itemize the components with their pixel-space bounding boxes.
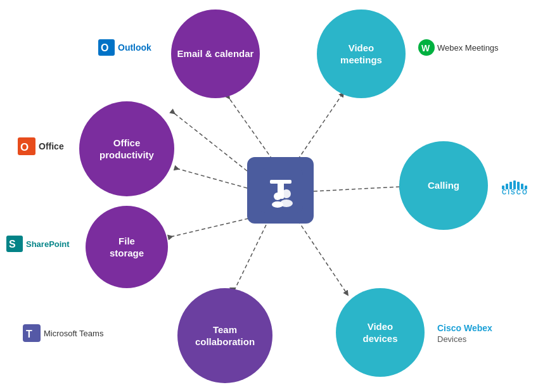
svg-point-11 — [282, 189, 291, 198]
svg-line-2 — [174, 168, 247, 188]
video-devices-label: Videodevices — [362, 320, 397, 345]
svg-text:O: O — [101, 42, 108, 53]
office-productivity-label: Officeproductivity — [99, 137, 154, 161]
teams-center-box — [247, 157, 314, 224]
office-label: Office — [39, 141, 64, 151]
office-productivity-node: Officeproductivity — [79, 101, 174, 196]
teams-logo-icon — [259, 168, 303, 213]
svg-text:CISCO: CISCO — [502, 189, 528, 194]
video-meetings-node: Videomeetings — [317, 9, 406, 98]
outlook-label: Outlook — [118, 42, 151, 53]
svg-point-13 — [274, 193, 281, 200]
email-calendar-label: Email & calendar — [177, 47, 254, 60]
diagram: Email & calendar Officeproductivity File… — [0, 0, 557, 392]
webex-meetings-label: Webex Meetings — [437, 43, 499, 53]
sharepoint-icon: S — [6, 236, 23, 252]
calling-node: Calling — [399, 141, 488, 230]
svg-point-14 — [272, 201, 283, 208]
calling-label: Calling — [428, 179, 459, 192]
ms-teams-label: Microsoft Teams — [44, 329, 103, 338]
svg-text:W: W — [421, 43, 430, 53]
office-brand: O Office — [18, 137, 64, 155]
svg-rect-28 — [513, 180, 516, 189]
webex-meetings-brand: W Webex Meetings — [418, 39, 499, 56]
file-storage-node: Filestorage — [86, 206, 168, 288]
video-devices-node: Videodevices — [336, 288, 425, 377]
svg-line-5 — [298, 96, 341, 160]
webex-meetings-icon: W — [418, 39, 435, 56]
sharepoint-label: SharePoint — [26, 239, 70, 249]
svg-line-7 — [298, 220, 345, 291]
svg-line-3 — [168, 218, 248, 237]
svg-line-0 — [227, 95, 272, 160]
outlook-icon: O — [98, 39, 115, 56]
svg-line-4 — [234, 225, 266, 290]
cisco-webex-devices-brand: Cisco Webex Devices — [437, 323, 492, 344]
cisco-icon: CISCO — [502, 180, 540, 194]
team-collaboration-label: Teamcollaboration — [195, 324, 255, 348]
office-icon: O — [18, 137, 35, 155]
sharepoint-brand: S SharePoint — [6, 236, 70, 252]
file-storage-label: Filestorage — [110, 235, 144, 260]
svg-text:T: T — [26, 329, 32, 339]
ms-teams-icon: T — [23, 324, 41, 342]
cisco-label-top: Cisco Webex — [437, 323, 492, 333]
svg-line-6 — [314, 187, 399, 191]
video-meetings-label: Videomeetings — [340, 42, 382, 66]
svg-text:S: S — [9, 239, 16, 250]
ms-teams-brand: T Microsoft Teams — [23, 324, 103, 342]
email-calendar-node: Email & calendar — [171, 9, 260, 98]
outlook-brand: O Outlook — [98, 39, 151, 56]
cisco-label-bottom: Devices — [437, 334, 466, 344]
cisco-brand: CISCO — [502, 180, 540, 194]
svg-text:O: O — [20, 141, 29, 153]
svg-line-1 — [171, 111, 247, 171]
team-collaboration-node: Teamcollaboration — [177, 288, 272, 383]
